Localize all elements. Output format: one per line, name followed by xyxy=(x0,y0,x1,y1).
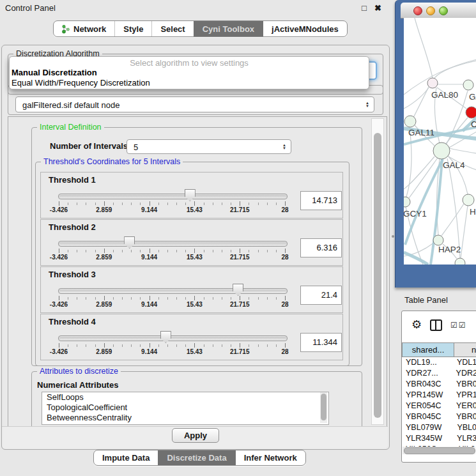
close-icon[interactable]: ✖ xyxy=(374,3,381,13)
slider-thumb[interactable] xyxy=(160,331,171,343)
gear-icon[interactable]: ⚙ xyxy=(411,318,422,332)
network-node[interactable] xyxy=(455,258,465,265)
network-node[interactable] xyxy=(404,116,416,127)
table-row[interactable]: YBR043CYBR0 xyxy=(403,379,476,390)
cell-name[interactable]: YLR3 xyxy=(453,433,476,444)
float-window-icon[interactable]: □ xyxy=(362,3,367,13)
slider-thumb[interactable] xyxy=(233,284,243,296)
list-scrollbar-thumb[interactable] xyxy=(321,394,326,420)
network-edge[interactable] xyxy=(447,158,460,258)
cell-name[interactable]: YPR1 xyxy=(452,390,476,401)
network-edge[interactable] xyxy=(434,61,476,78)
threshold-value-field[interactable]: 21.4 xyxy=(300,286,342,305)
column-header-name[interactable]: na xyxy=(454,342,476,357)
slider-track[interactable] xyxy=(58,241,288,247)
network-node[interactable] xyxy=(433,142,450,159)
dropdown-item-manual[interactable]: Manual Discretization xyxy=(12,68,97,77)
column-header-shared[interactable]: shared... xyxy=(402,342,454,357)
network-node[interactable] xyxy=(433,235,443,245)
cell-name[interactable]: YER0 xyxy=(452,401,476,411)
cell-shared-name[interactable]: YER054C xyxy=(403,401,452,411)
threshold-value-field[interactable]: 6.316 xyxy=(300,238,342,257)
slider-thumb[interactable] xyxy=(185,189,196,201)
tab-network[interactable]: Network xyxy=(54,21,114,36)
slider-tick xyxy=(95,344,96,347)
tab-infer-network[interactable]: Infer Network xyxy=(235,450,305,465)
slider-tick xyxy=(194,249,195,253)
network-edge[interactable] xyxy=(413,87,429,118)
table-row[interactable]: YDL19...YDL1 xyxy=(403,357,476,368)
table-row[interactable]: YPR145WYPR1 xyxy=(403,390,476,401)
tab-cyni-toolbox[interactable]: Cyni Toolbox xyxy=(194,21,263,36)
network-edge[interactable] xyxy=(461,206,468,258)
slider-tick xyxy=(86,250,86,252)
network-node[interactable] xyxy=(466,107,476,118)
table-row[interactable]: YBL079WYBL0 xyxy=(403,422,476,433)
network-edge-thick[interactable] xyxy=(404,252,428,265)
slider-thumb[interactable] xyxy=(124,236,135,249)
cell-name[interactable]: YBR0 xyxy=(452,411,476,422)
slider-tick xyxy=(122,250,123,252)
network-node[interactable] xyxy=(463,194,474,206)
network-node[interactable] xyxy=(427,78,438,88)
close-traffic-light-icon[interactable] xyxy=(413,6,422,15)
slider-tick xyxy=(150,249,150,253)
cell-name[interactable]: YDL1 xyxy=(453,357,476,368)
table-row[interactable]: YLR345WYLR3 xyxy=(403,433,476,444)
threshold-value-field[interactable]: 14.713 xyxy=(300,191,342,210)
attribute-list-item[interactable]: TopologicalCoefficient xyxy=(42,403,328,413)
apply-button[interactable]: Apply xyxy=(172,428,219,443)
table-row[interactable]: YBR045CYBR0 xyxy=(403,411,476,422)
cell-shared-name[interactable]: YBR043C xyxy=(403,379,452,390)
cell-shared-name[interactable]: YDR27... xyxy=(403,368,452,379)
slider-track[interactable] xyxy=(58,194,288,199)
checkbox-icons[interactable]: ☑☑ xyxy=(450,321,467,330)
dropdown-item-equal-width[interactable]: Equal Width/Frequency Discretization xyxy=(12,78,150,88)
tab-impute-data[interactable]: Impute Data xyxy=(94,450,158,465)
tab-jactivemnodules[interactable]: jActiveMNodules xyxy=(263,21,347,36)
cell-name[interactable]: YBR0 xyxy=(452,379,476,390)
network-edge[interactable] xyxy=(441,204,464,236)
network-node[interactable] xyxy=(404,197,410,207)
cell-name[interactable]: YDR2 xyxy=(452,368,476,379)
slider-track[interactable] xyxy=(58,335,288,341)
columns-icon[interactable] xyxy=(430,319,442,331)
splitter-handle[interactable] xyxy=(392,235,394,238)
num-intervals-combobox[interactable]: 5 ▲▼ xyxy=(127,139,291,154)
network-node-label: H xyxy=(470,207,476,217)
tab-label: Select xyxy=(160,24,185,34)
network-window-titlebar[interactable] xyxy=(401,3,476,19)
table-data-combobox[interactable]: galFiltered.sif default node ▲▼ xyxy=(15,96,374,112)
network-edge[interactable] xyxy=(404,88,429,109)
table-row[interactable]: YDR27...YDR2 xyxy=(403,368,476,379)
settings-scrollbar-thumb[interactable] xyxy=(374,133,381,418)
table-row[interactable]: YER054CYER0 xyxy=(403,401,476,411)
tab-select[interactable]: Select xyxy=(151,21,193,36)
network-edge[interactable] xyxy=(415,18,433,78)
threshold-value-field[interactable]: 11.344 xyxy=(300,333,342,352)
tab-discretize-data[interactable]: Discretize Data xyxy=(158,450,234,465)
slider-tick xyxy=(131,344,132,347)
list-scrollbar[interactable] xyxy=(320,392,327,423)
cell-name[interactable]: YBL0 xyxy=(453,422,476,433)
minimize-traffic-light-icon[interactable] xyxy=(426,6,435,15)
settings-scrollbar[interactable] xyxy=(371,118,384,425)
cell-shared-name[interactable]: YLR345W xyxy=(403,433,453,444)
tab-label: Discretize Data xyxy=(167,453,226,463)
table-hscrollbar-thumb[interactable] xyxy=(404,447,475,454)
cell-shared-name[interactable]: YDL19... xyxy=(403,357,453,368)
network-edge[interactable] xyxy=(449,148,476,153)
cell-shared-name[interactable]: YBR045C xyxy=(403,411,452,422)
tab-style[interactable]: Style xyxy=(114,21,151,36)
network-canvas[interactable]: GAL80GACGAL11GAL4GCY1HHAP2 xyxy=(404,18,476,265)
attribute-list-item[interactable]: BetweennessCentrality xyxy=(42,413,328,423)
slider-tick xyxy=(276,250,277,252)
tick-label: -3.426 xyxy=(50,301,68,308)
attribute-list-item[interactable]: SelfLoops xyxy=(42,392,328,403)
cell-shared-name[interactable]: YPR145W xyxy=(403,390,452,401)
numerical-attributes-list[interactable]: SelfLoopsTopologicalCoefficientBetweenne… xyxy=(42,392,329,425)
zoom-traffic-light-icon[interactable] xyxy=(439,6,448,15)
slider-track[interactable] xyxy=(58,288,288,294)
cell-shared-name[interactable]: YBL079W xyxy=(403,422,453,433)
network-node[interactable] xyxy=(463,80,473,90)
